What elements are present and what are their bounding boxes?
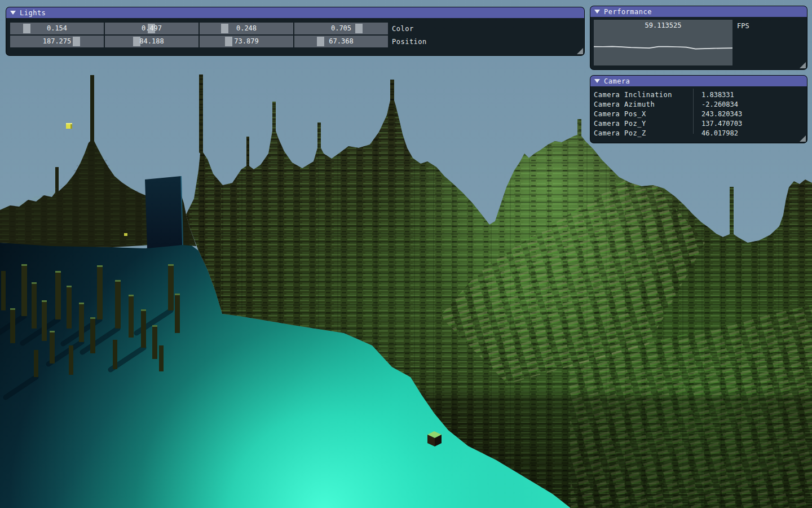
slider-value: 0.705 xyxy=(294,23,388,34)
performance-body: 59.113525 FPS xyxy=(590,17,807,65)
collapse-arrow-icon[interactable] xyxy=(10,11,16,15)
camera-row-value: 243.820343 xyxy=(693,110,742,119)
slider-value: 187.275 xyxy=(10,36,104,47)
position-label: Position xyxy=(392,38,427,46)
position-slider-2[interactable]: 73.879 xyxy=(200,36,293,47)
lights-window: Lights 0.154 0.497 0.248 0.705 xyxy=(6,7,585,56)
camera-row-value: -2.260834 xyxy=(693,100,738,110)
color-slider-3[interactable]: 0.705 xyxy=(294,23,388,34)
camera-window-title: Camera xyxy=(604,77,630,85)
camera-row: Camera Poz_Y 137.470703 xyxy=(594,119,804,129)
fps-label: FPS xyxy=(737,22,749,30)
camera-row-value: 46.017982 xyxy=(693,129,738,138)
color-slider-2[interactable]: 0.248 xyxy=(200,23,293,34)
collapse-arrow-icon[interactable] xyxy=(594,79,600,83)
camera-row: Camera Inclination 1.838331 xyxy=(594,90,804,100)
camera-row-label: Camera Azimuth xyxy=(594,100,693,110)
camera-row-label: Camera Poz_Y xyxy=(594,119,693,129)
column-divider xyxy=(693,89,694,134)
camera-row-label: Camera Inclination xyxy=(594,90,693,100)
position-slider-1[interactable]: 84.188 xyxy=(105,36,198,47)
camera-window: Camera Camera Inclination 1.838331 Camer… xyxy=(590,75,807,143)
light-cube xyxy=(66,123,72,129)
collapse-arrow-icon[interactable] xyxy=(594,10,600,14)
resize-grip-icon[interactable] xyxy=(577,48,583,54)
resize-grip-icon[interactable] xyxy=(800,62,806,68)
camera-row-value: 1.838331 xyxy=(693,90,734,100)
lights-window-title: Lights xyxy=(20,9,46,17)
slider-value: 0.154 xyxy=(10,23,104,34)
color-label: Color xyxy=(392,25,414,33)
lights-titlebar[interactable]: Lights xyxy=(6,7,584,18)
camera-row-value: 137.470703 xyxy=(693,119,742,129)
small-light-dot xyxy=(124,233,127,236)
color-slider-0[interactable]: 0.154 xyxy=(10,23,104,34)
blue-slab xyxy=(145,176,183,248)
slider-value: 67.368 xyxy=(294,36,388,47)
camera-row-label: Camera Poz_Z xyxy=(594,129,693,138)
camera-titlebar[interactable]: Camera xyxy=(590,76,807,86)
camera-row: Camera Azimuth -2.260834 xyxy=(594,100,804,110)
position-slider-0[interactable]: 187.275 xyxy=(10,36,104,47)
camera-row: Camera Pos_X 243.820343 xyxy=(594,110,804,119)
performance-window-title: Performance xyxy=(604,8,652,16)
slider-value: 0.248 xyxy=(200,23,293,34)
camera-row-label: Camera Pos_X xyxy=(594,110,693,119)
slider-value: 0.497 xyxy=(105,23,198,34)
slider-value: 73.879 xyxy=(200,36,293,47)
camera-row: Camera Poz_Z 46.017982 xyxy=(594,129,804,138)
performance-titlebar[interactable]: Performance xyxy=(590,6,807,17)
color-slider-1[interactable]: 0.497 xyxy=(105,23,198,34)
app-window: Lights 0.154 0.497 0.248 0.705 xyxy=(0,0,812,508)
position-slider-3[interactable]: 67.368 xyxy=(294,36,388,47)
resize-grip-icon[interactable] xyxy=(800,135,806,142)
position-slider-row: 187.275 84.188 73.879 67.368 Position xyxy=(10,36,584,47)
fps-value-overlay: 59.113525 xyxy=(594,21,732,29)
fps-plot: 59.113525 xyxy=(594,20,732,65)
performance-window: Performance 59.113525 FPS xyxy=(590,6,807,70)
camera-body: Camera Inclination 1.838331 Camera Azimu… xyxy=(590,86,807,138)
lights-body: 0.154 0.497 0.248 0.705 Color xyxy=(6,18,584,47)
fps-plot-line xyxy=(594,46,732,49)
color-slider-row: 0.154 0.497 0.248 0.705 Color xyxy=(10,23,584,34)
slider-value: 84.188 xyxy=(105,36,198,47)
